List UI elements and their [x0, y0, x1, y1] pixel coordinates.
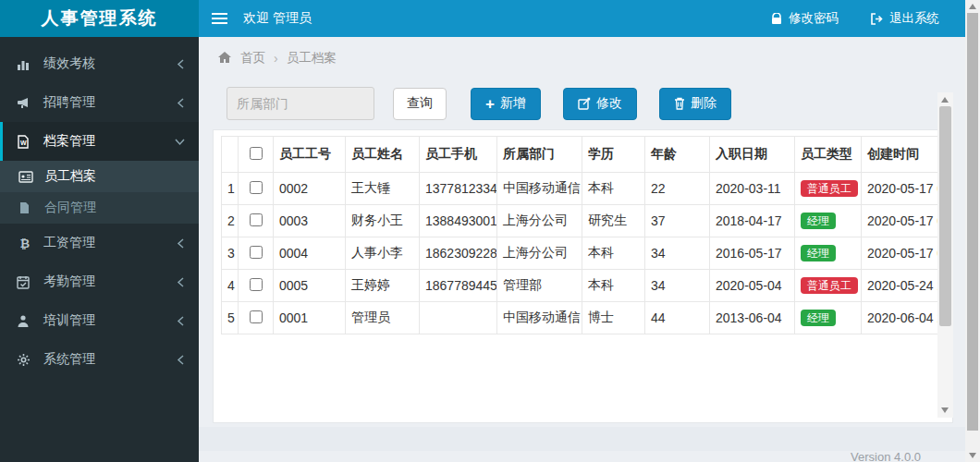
- home-icon[interactable]: [217, 51, 232, 67]
- column-header-created[interactable]: 创建时间: [862, 137, 943, 173]
- emp-phone-cell: 1377812334: [420, 173, 497, 205]
- chevron-left-icon: [177, 238, 185, 249]
- column-header-age[interactable]: 年龄: [645, 137, 710, 173]
- row-checkbox[interactable]: [250, 310, 263, 323]
- scrollbar-thumb[interactable]: [939, 106, 951, 326]
- department-search-input[interactable]: [227, 87, 374, 120]
- emp-type-cell: 经理: [795, 205, 862, 237]
- row-checkbox[interactable]: [250, 181, 263, 194]
- emp-phone-cell: 1867789445: [420, 270, 497, 302]
- column-header-hire-date[interactable]: 入职日期: [710, 137, 795, 173]
- sidebar-item-archives[interactable]: W 档案管理: [0, 122, 199, 161]
- sidebar-item-system[interactable]: 系统管理: [0, 340, 199, 379]
- scroll-up-arrow-icon[interactable]: [941, 97, 949, 103]
- dept-cell: 上海分公司: [497, 205, 582, 237]
- column-header-emp-no[interactable]: 员工工号: [274, 137, 346, 173]
- created-time-cell: 2020-05-24 21: [862, 270, 943, 302]
- emp-phone-cell: 1388493001: [420, 205, 497, 237]
- chevron-left-icon: [177, 277, 185, 287]
- table-vertical-scrollbar[interactable]: [937, 92, 953, 418]
- age-cell: 37: [645, 205, 710, 237]
- calendar-check-icon: [17, 275, 37, 289]
- welcome-text: 欢迎 管理员: [243, 10, 312, 27]
- logout-link[interactable]: 退出系统: [870, 10, 939, 27]
- age-cell: 34: [645, 270, 710, 302]
- lock-icon: [771, 13, 782, 25]
- submenu-item-contract-management[interactable]: 合同管理: [0, 192, 199, 224]
- emp-type-cell: 经理: [795, 302, 862, 334]
- row-index-cell: 3: [222, 237, 239, 270]
- breadcrumb-separator: ›: [274, 51, 278, 66]
- svg-text:₿: ₿: [20, 237, 31, 250]
- add-button[interactable]: + 新增: [471, 88, 541, 120]
- sidebar-item-performance[interactable]: 绩效考核: [0, 44, 199, 83]
- change-password-link[interactable]: 修改密码: [771, 10, 839, 27]
- row-index-cell: 5: [222, 302, 239, 334]
- scroll-up-arrow-icon[interactable]: [969, 4, 976, 9]
- submenu-item-employee-archives[interactable]: 员工档案: [0, 161, 199, 192]
- column-header-phone[interactable]: 员工手机: [420, 137, 497, 173]
- query-button[interactable]: 查询: [393, 88, 447, 120]
- chevron-left-icon: [177, 98, 185, 108]
- created-time-cell: 2020-06-04 22: [862, 302, 943, 334]
- bitcoin-icon: ₿: [17, 237, 37, 250]
- emp-type-cell: 经理: [795, 237, 862, 270]
- scroll-down-arrow-icon[interactable]: [969, 453, 976, 458]
- sidebar-toggle-icon[interactable]: [199, 0, 239, 37]
- education-cell: 本科: [582, 237, 645, 270]
- dept-cell: 中国移动通信: [497, 302, 582, 334]
- employee-type-badge: 经理: [801, 310, 836, 326]
- employee-type-badge: 普通员工: [801, 180, 858, 197]
- dept-cell: 中国移动通信: [497, 173, 582, 205]
- row-checkbox[interactable]: [250, 213, 263, 226]
- edit-icon: [578, 97, 591, 110]
- sidebar-item-attendance[interactable]: 考勤管理: [0, 262, 199, 301]
- age-cell: 44: [645, 302, 710, 334]
- sidebar-item-salary[interactable]: ₿ 工资管理: [0, 224, 199, 262]
- hire-date-cell: 2013-06-04: [710, 302, 795, 334]
- emp-type-cell: 普通员工: [795, 173, 862, 205]
- chevron-down-icon: [175, 138, 185, 146]
- scroll-down-arrow-icon[interactable]: [941, 407, 949, 413]
- education-cell: 本科: [582, 173, 645, 205]
- created-time-cell: 2020-05-17 09: [862, 173, 943, 205]
- breadcrumb-home[interactable]: 首页: [240, 50, 265, 67]
- column-header-dept[interactable]: 所属部门: [497, 137, 582, 173]
- emp-no-cell: 0003: [274, 205, 346, 237]
- emp-name-cell: 王婷婷: [346, 270, 420, 302]
- edit-button[interactable]: 修改: [563, 88, 637, 120]
- employee-table-body: 10002王大锤1377812334中国移动通信本科222020-03-11普通…: [222, 173, 943, 334]
- emp-phone-cell: [420, 302, 497, 334]
- row-checkbox-cell: [239, 237, 274, 270]
- select-all-checkbox[interactable]: [250, 147, 263, 160]
- table-row: 10002王大锤1377812334中国移动通信本科222020-03-11普通…: [222, 173, 943, 205]
- svg-text:W: W: [20, 140, 27, 146]
- breadcrumb: 首页 › 员工档案: [199, 37, 965, 67]
- column-header-education[interactable]: 学历: [582, 137, 645, 173]
- column-header-type[interactable]: 员工类型: [795, 137, 862, 173]
- hire-date-cell: 2020-03-11: [710, 173, 795, 205]
- row-checkbox[interactable]: [250, 278, 263, 291]
- chevron-left-icon: [177, 59, 185, 69]
- emp-no-cell: 0005: [274, 270, 346, 302]
- row-checkbox-cell: [239, 173, 274, 205]
- delete-button[interactable]: 删除: [659, 88, 731, 120]
- emp-name-cell: 王大锤: [346, 173, 420, 205]
- row-index-cell: 1: [222, 173, 239, 205]
- index-header: [222, 137, 239, 173]
- plus-icon: +: [485, 96, 495, 112]
- hire-date-cell: 2016-05-17: [710, 237, 795, 270]
- window-scrollbar[interactable]: [965, 0, 980, 462]
- row-checkbox[interactable]: [250, 246, 263, 259]
- window-scrollbar-thumb[interactable]: [967, 13, 978, 431]
- trash-icon: [674, 97, 685, 110]
- sidebar-item-training[interactable]: 培训管理: [0, 301, 199, 340]
- emp-no-cell: 0004: [274, 237, 346, 270]
- table-row: 20003财务小王1388493001上海分公司研究生372018-04-17经…: [222, 205, 943, 237]
- sidebar-item-recruitment[interactable]: 招聘管理: [0, 83, 199, 122]
- emp-type-cell: 普通员工: [795, 270, 862, 302]
- column-header-name[interactable]: 员工姓名: [346, 137, 420, 173]
- employee-type-badge: 经理: [801, 213, 836, 229]
- employee-table-card: 员工工号 员工姓名 员工手机 所属部门 学历 年龄 入职日期 员工类型 创建时间…: [213, 129, 953, 423]
- created-time-cell: 2020-05-17 09: [862, 205, 943, 237]
